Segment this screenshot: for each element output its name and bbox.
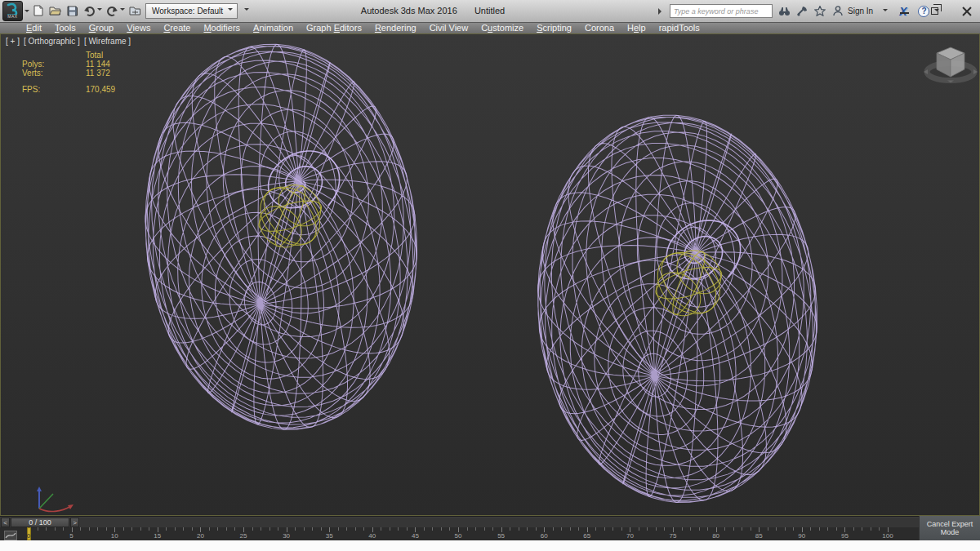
ruler-tick	[578, 527, 579, 531]
minimize-button[interactable]	[897, 5, 913, 18]
viewcube[interactable]	[918, 36, 980, 98]
ruler-label: 15	[154, 532, 161, 540]
project-folder-icon[interactable]	[128, 4, 142, 18]
qat-customize-caret-icon[interactable]	[244, 8, 249, 13]
ruler-tick	[561, 527, 562, 531]
menu-item-corona[interactable]: Corona	[578, 23, 621, 33]
ruler-label: 60	[541, 532, 548, 540]
menu-item-group[interactable]: Group	[82, 23, 121, 33]
search-input[interactable]	[670, 4, 773, 18]
sign-in-user-icon[interactable]	[831, 5, 844, 18]
menu-item-rapidtools[interactable]: rapidTools	[653, 23, 706, 33]
save-icon[interactable]	[65, 4, 79, 18]
menu-bar: EditToolsGroupViewsCreateModifiersAnimat…	[0, 22, 980, 33]
ruler-label: 0	[27, 532, 30, 540]
cancel-expert-mode-button[interactable]: Cancel Expert Mode	[919, 516, 980, 540]
menu-item-help[interactable]: Help	[621, 23, 653, 33]
favorites-star-icon[interactable]	[813, 5, 826, 18]
app-menu-caret-icon[interactable]	[24, 10, 29, 15]
ruler-tick	[38, 527, 38, 531]
ruler-tick	[475, 527, 476, 531]
ruler-tick	[707, 527, 708, 531]
menu-item-animation[interactable]: Animation	[247, 23, 300, 33]
menu-item-scripting[interactable]: Scripting	[530, 23, 578, 33]
menu-item-create[interactable]: Create	[157, 23, 197, 33]
menu-item-tools[interactable]: Tools	[48, 23, 82, 33]
ruler-label: 90	[798, 532, 805, 540]
viewcube-cube[interactable]	[937, 47, 964, 77]
app-window: MAX Workspace: De	[0, 0, 980, 551]
ruler-tick	[338, 527, 339, 531]
viewport-shading-menu[interactable]: [ Wireframe ]	[84, 37, 131, 46]
ruler-tick	[89, 527, 90, 531]
sign-in-label[interactable]: Sign In	[848, 7, 873, 16]
mini-curve-editor-icon[interactable]	[4, 529, 17, 539]
undo-dropdown-caret-icon[interactable]	[97, 8, 102, 13]
ruler-tick	[819, 527, 820, 531]
ruler-tick	[192, 527, 193, 531]
ruler-tick	[106, 527, 107, 531]
next-frame-button[interactable]: >	[70, 518, 79, 527]
stats-fps-value: 170,459	[86, 85, 115, 94]
restore-icon	[931, 7, 938, 15]
undo-icon[interactable]	[82, 4, 96, 18]
ruler-tick	[175, 527, 176, 531]
sign-in-caret-icon[interactable]	[883, 9, 888, 14]
ruler-label: 20	[197, 532, 204, 540]
ruler-tick	[724, 527, 725, 531]
ruler-tick	[441, 527, 442, 531]
track-bar-ruler[interactable]: 0510152025303540455055606570758085909510…	[0, 527, 919, 540]
ruler-tick	[862, 527, 862, 531]
open-file-icon[interactable]	[48, 4, 62, 18]
ruler-tick	[467, 527, 468, 531]
document-title: Untitled	[474, 6, 505, 16]
menu-item-rendering[interactable]: Rendering	[368, 23, 423, 33]
time-slider-track[interactable]	[0, 518, 919, 527]
close-button[interactable]	[959, 5, 975, 18]
ruler-tick	[836, 527, 837, 531]
ruler-tick	[80, 527, 81, 531]
3dsmax-application-button[interactable]: MAX	[2, 1, 23, 21]
ruler-tick	[484, 527, 485, 531]
ruler-tick	[519, 527, 519, 531]
time-slider-handle[interactable]: 0 / 100	[11, 518, 69, 527]
redo-icon[interactable]	[105, 4, 119, 18]
redo-dropdown-caret-icon[interactable]	[120, 8, 125, 13]
egg-object-2[interactable]	[525, 105, 830, 512]
egg-wireframe-longitudes	[130, 34, 433, 440]
ruler-label: 10	[111, 532, 118, 540]
egg-object-1[interactable]	[130, 34, 433, 441]
ruler-tick	[768, 527, 768, 531]
minimize-icon	[900, 12, 909, 14]
viewport-general-menu[interactable]: [ + ]	[6, 37, 20, 46]
stats-fps-label: FPS:	[22, 85, 86, 94]
menu-item-views[interactable]: Views	[120, 23, 157, 33]
communication-center-icon[interactable]	[795, 5, 808, 18]
previous-frame-button[interactable]: <	[1, 518, 10, 527]
stats-verts-label: Verts:	[22, 69, 86, 78]
scene-canvas[interactable]	[1, 34, 979, 515]
infocenter-collapse-arrow-icon[interactable]	[658, 8, 665, 15]
menu-item-edit[interactable]: Edit	[20, 23, 48, 33]
ruler-tick	[733, 527, 734, 531]
window-controls	[897, 0, 975, 22]
workspace-dropdown[interactable]: Workspace: Default	[145, 3, 238, 19]
viewport[interactable]: [ + ] [ Orthographic ] [ Wireframe ] Tot…	[0, 33, 980, 516]
ruler-tick	[46, 527, 47, 531]
ruler-tick	[527, 527, 528, 531]
ruler-label: 30	[283, 532, 290, 540]
menu-item-graph-editors[interactable]: Graph Editors	[300, 23, 368, 33]
menu-item-customize[interactable]: Customize	[474, 23, 530, 33]
ruler-label: 75	[670, 532, 677, 540]
ruler-tick	[234, 527, 235, 531]
ruler-label: 25	[240, 532, 247, 540]
ruler-tick	[656, 527, 657, 531]
viewport-pov-menu[interactable]: [ Orthographic ]	[24, 37, 80, 46]
new-scene-icon[interactable]	[31, 4, 45, 18]
menu-item-modifiers[interactable]: Modifiers	[197, 23, 247, 33]
menu-item-civil-view[interactable]: Civil View	[423, 23, 474, 33]
search-binoculars-icon[interactable]	[777, 5, 791, 18]
ruler-tick	[261, 527, 261, 531]
restore-button[interactable]	[928, 5, 944, 18]
ruler-tick	[553, 527, 554, 531]
